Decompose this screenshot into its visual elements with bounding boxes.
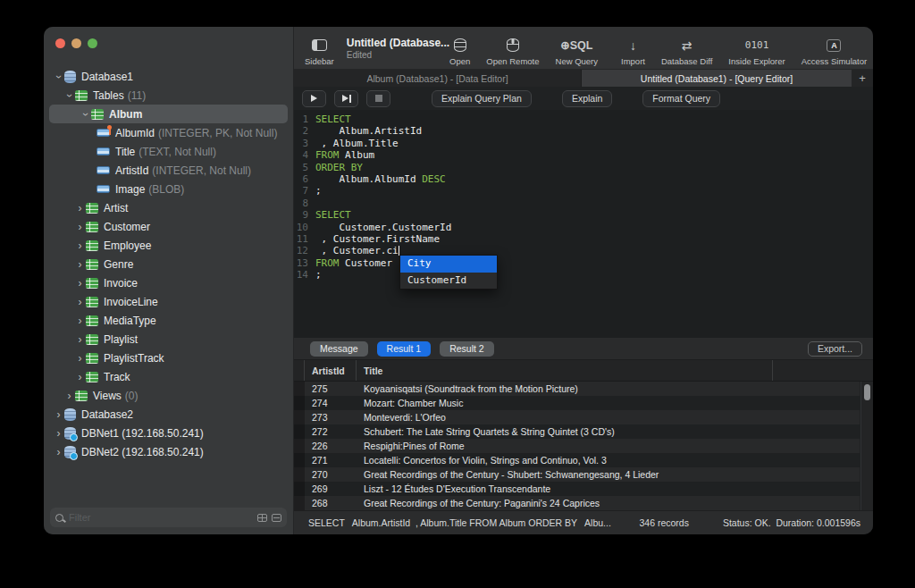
tree-item-annotation: (11)	[128, 89, 146, 102]
chevron-right-icon[interactable]: ›	[74, 222, 86, 232]
code-text: FROM Customer	[315, 257, 392, 269]
chevron-right-icon[interactable]: ›	[74, 297, 86, 307]
stop-query-button[interactable]	[366, 90, 390, 107]
chevron-right-icon[interactable]: ›	[74, 334, 86, 345]
table-row[interactable]: 226Respighi:Pines of Rome	[294, 439, 860, 453]
new-tab-button[interactable]: +	[852, 70, 873, 87]
column-header-title[interactable]: Title	[356, 360, 772, 381]
tab-data-editor[interactable]: Album (Database1) - [Data Editor]	[294, 70, 582, 87]
table-row[interactable]: 271Locatelli: Concertos for Violin, Stri…	[294, 453, 860, 467]
table-row[interactable]: 272Schubert: The Late String Quartets & …	[294, 424, 860, 439]
tree-item-artist[interactable]: ›Artist	[44, 198, 293, 217]
open-remote-label: Open Remote	[486, 56, 539, 66]
export-button[interactable]: Export...	[808, 341, 862, 357]
sidebar-toggle-button[interactable]: Sidebar	[305, 30, 334, 66]
tree-item-album[interactable]: ›Album	[49, 105, 288, 123]
line-number: 10	[294, 222, 315, 233]
tree-item-artistid[interactable]: ArtistId(INTEGER, Not Null)	[44, 161, 293, 180]
tree-item-tables[interactable]: ›Tables(11)	[44, 86, 293, 105]
explain-query-plan-button[interactable]: Explain Query Plan	[432, 90, 532, 107]
close-window-icon[interactable]	[55, 38, 65, 48]
access-simulator-icon: A	[827, 39, 841, 52]
cell-title: Respighi:Pines of Rome	[357, 441, 860, 451]
col-icon	[97, 147, 110, 155]
autocomplete-item-city[interactable]: City	[400, 256, 497, 273]
access-simulator-button[interactable]: A Access Simulator	[802, 30, 867, 66]
table-row[interactable]: 273Monteverdi: L'Orfeo	[294, 410, 860, 424]
chevron-right-icon[interactable]: ›	[74, 353, 86, 364]
tree-item-mediatype[interactable]: ›MediaType	[44, 311, 293, 330]
table-row[interactable]: 268Great Recordings of the Century: Paga…	[294, 496, 860, 510]
tree-item-views[interactable]: ›Views(0)	[44, 386, 293, 405]
tree-item-dbnet1-192-168-50-241[interactable]: ›DBNet1 (192.168.50.241)	[44, 424, 293, 442]
results-tab-result-2[interactable]: Result 2	[440, 341, 494, 357]
table-row[interactable]: 270Great Recordings of the Century - Shu…	[294, 467, 860, 482]
run-query-button[interactable]	[302, 90, 326, 107]
sql-text: Album	[340, 149, 375, 161]
results-grid[interactable]: 275Koyaanisqatsi (Soundtrack from the Mo…	[294, 382, 873, 510]
tree-item-playlist[interactable]: ›Playlist	[44, 330, 293, 349]
table-row[interactable]: 269Liszt - 12 Études D'Execution Transce…	[294, 482, 860, 496]
import-button[interactable]: ↓ Import	[621, 30, 645, 66]
tree-item-title[interactable]: Title(TEXT, Not Null)	[44, 142, 293, 161]
sql-editor[interactable]: 1SELECT2 Album.ArtistId3 , Album.Title4F…	[294, 110, 873, 338]
table-icon	[86, 278, 98, 289]
sql-text: Album.ArtistId	[315, 125, 422, 137]
tree-item-invoice[interactable]: ›Invoice	[44, 273, 293, 292]
sidebar-filter[interactable]: Filter	[50, 508, 287, 527]
tree-item-employee[interactable]: ›Employee	[44, 236, 293, 255]
chevron-down-icon[interactable]: ›	[64, 89, 75, 101]
access-simulator-label: Access Simulator	[802, 56, 867, 66]
zoom-window-icon[interactable]	[88, 38, 97, 48]
scrollbar-thumb[interactable]	[864, 384, 870, 400]
tree-item-playlisttrack[interactable]: ›PlaylistTrack	[44, 349, 293, 367]
results-tab-result-1[interactable]: Result 1	[377, 341, 432, 357]
sql-text: Customer.CustomerId	[315, 222, 451, 233]
chevron-right-icon[interactable]: ›	[74, 240, 86, 251]
row-gutter	[294, 496, 305, 510]
tree-item-customer[interactable]: ›Customer	[44, 217, 293, 236]
new-query-button[interactable]: ⊕SQL New Query	[556, 30, 599, 66]
tree-item-image[interactable]: Image(BLOB)	[44, 180, 293, 198]
tree-item-invoiceline[interactable]: ›InvoiceLine	[44, 292, 293, 311]
table-row[interactable]: 275Koyaanisqatsi (Soundtrack from the Mo…	[294, 382, 860, 396]
cell-artist-id: 268	[305, 498, 357, 508]
chevron-right-icon[interactable]: ›	[53, 428, 64, 439]
chevron-right-icon[interactable]: ›	[53, 447, 64, 458]
tree-item-albumid[interactable]: AlbumId(INTEGER, PK, Not Null)	[44, 123, 293, 142]
import-label: Import	[621, 56, 645, 66]
open-remote-button[interactable]: Open Remote	[486, 30, 539, 66]
chevron-right-icon[interactable]: ›	[74, 259, 86, 270]
cell-artist-id: 269	[305, 483, 357, 494]
collapse-view-icon[interactable]	[272, 514, 281, 522]
inside-explorer-button[interactable]: 0101 Inside Explorer	[728, 30, 785, 66]
tree-item-track[interactable]: ›Track	[44, 367, 293, 386]
table-row[interactable]: 274Mozart: Chamber Music	[294, 396, 860, 410]
run-all-button[interactable]	[334, 90, 358, 107]
column-header-artistid[interactable]: ArtistId	[304, 360, 356, 381]
chevron-down-icon[interactable]: ›	[80, 108, 91, 120]
minimize-window-icon[interactable]	[71, 38, 81, 48]
chevron-right-icon[interactable]: ›	[63, 391, 75, 401]
chevron-right-icon[interactable]: ›	[74, 203, 86, 214]
format-query-button[interactable]: Format Query	[642, 90, 720, 107]
explain-button[interactable]: Explain	[562, 90, 612, 107]
chevron-right-icon[interactable]: ›	[74, 315, 86, 326]
tree-item-database2[interactable]: ›Database2	[44, 405, 293, 424]
code-text: ORDER BY	[315, 162, 363, 173]
autocomplete-item-customerid[interactable]: CustomerId	[400, 273, 497, 290]
chevron-down-icon[interactable]: ›	[54, 71, 64, 82]
grid-view-icon[interactable]	[257, 514, 267, 522]
tree-item-genre[interactable]: ›Genre	[44, 255, 293, 273]
database-diff-button[interactable]: ⇄ Database Diff	[661, 30, 712, 66]
results-tab-message[interactable]: Message	[310, 341, 368, 357]
results-scrollbar[interactable]	[860, 382, 873, 510]
tab-query-editor[interactable]: Untitled (Database1) - [Query Editor]	[582, 70, 852, 87]
tree-item-dbnet2-192-168-50-241[interactable]: ›DBNet2 (192.168.50.241)	[44, 442, 293, 461]
chevron-right-icon[interactable]: ›	[53, 409, 64, 420]
chevron-right-icon[interactable]: ›	[74, 372, 86, 382]
open-button[interactable]: Open	[449, 30, 470, 66]
tree-item-database1[interactable]: ›Database1	[44, 67, 293, 86]
new-query-icon: ⊕SQL	[560, 38, 592, 52]
chevron-right-icon[interactable]: ›	[74, 278, 86, 289]
